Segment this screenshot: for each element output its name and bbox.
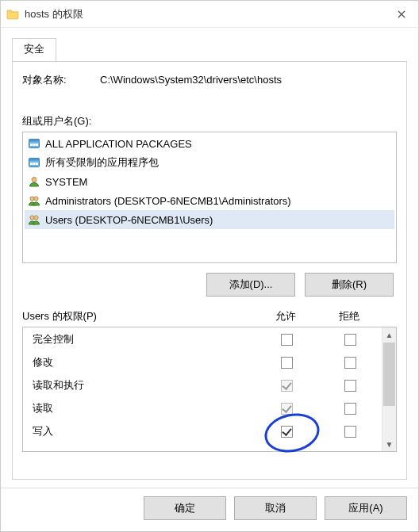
permission-name: 读取	[33, 401, 255, 415]
scroll-up-icon[interactable]: ▲	[382, 327, 396, 342]
svg-point-13	[30, 216, 34, 220]
svg-point-10	[32, 178, 37, 182]
groups-label: 组或用户名(G):	[22, 114, 397, 128]
folder-icon	[6, 7, 20, 21]
ok-button[interactable]: 确定	[144, 496, 226, 520]
list-item[interactable]: ALL APPLICATION PACKAGES	[25, 134, 394, 153]
close-button[interactable]	[390, 2, 413, 26]
permission-row: 写入	[23, 419, 382, 442]
tabpage-security: 对象名称: C:\Windows\System32\drivers\etc\ho…	[12, 61, 407, 480]
list-item-label: ALL APPLICATION PACKAGES	[45, 138, 192, 150]
list-item[interactable]: 所有受限制的应用程序包	[25, 153, 394, 172]
list-item-label: 所有受限制的应用程序包	[45, 155, 159, 170]
list-item-label: Users (DESKTOP-6NECMB1\Users)	[45, 214, 213, 226]
object-name-value: C:\Windows\System32\drivers\etc\hosts	[100, 74, 282, 86]
list-item[interactable]: SYSTEM	[25, 172, 394, 191]
permission-name: 写入	[33, 424, 255, 438]
list-item-label: Administrators (DESKTOP-6NECMB1\Administ…	[45, 195, 291, 207]
group-icon	[28, 213, 40, 226]
svg-rect-2	[30, 144, 33, 146]
allow-checkbox[interactable]	[281, 357, 293, 369]
vertical-scrollbar[interactable]: ▲ ▼	[382, 327, 396, 451]
remove-button[interactable]: 删除(R)	[305, 273, 394, 297]
svg-rect-6	[29, 159, 40, 161]
svg-point-11	[30, 197, 34, 201]
svg-point-14	[34, 216, 38, 220]
package-icon	[28, 137, 40, 150]
scroll-down-icon[interactable]: ▼	[382, 437, 396, 451]
svg-point-12	[34, 197, 38, 201]
svg-rect-1	[29, 140, 40, 142]
svg-rect-4	[36, 144, 38, 146]
allow-checkbox[interactable]	[281, 426, 293, 438]
svg-rect-9	[36, 163, 38, 165]
allow-checkbox	[281, 380, 293, 392]
list-item[interactable]: Administrators (DESKTOP-6NECMB1\Administ…	[25, 191, 394, 210]
user-icon	[28, 175, 40, 188]
tabstrip: 安全	[1, 28, 418, 61]
svg-rect-8	[33, 163, 36, 165]
allow-checkbox	[281, 403, 293, 415]
deny-checkbox[interactable]	[344, 357, 356, 369]
deny-checkbox[interactable]	[344, 403, 356, 415]
scroll-thumb[interactable]	[383, 343, 395, 406]
svg-rect-3	[33, 144, 36, 146]
allow-checkbox[interactable]	[281, 334, 293, 346]
apply-button[interactable]: 应用(A)	[325, 496, 407, 520]
groups-listbox[interactable]: ALL APPLICATION PACKAGES所有受限制的应用程序包SYSTE…	[22, 132, 397, 263]
add-button[interactable]: 添加(D)...	[206, 273, 295, 297]
permission-name: 完全控制	[33, 332, 255, 346]
object-name-label: 对象名称:	[22, 73, 100, 87]
permission-row: 完全控制	[23, 327, 382, 350]
dialog-footer: 确定 取消 应用(A)	[1, 488, 418, 531]
group-icon	[28, 194, 40, 207]
list-item[interactable]: Users (DESKTOP-6NECMB1\Users)	[25, 210, 394, 229]
permission-row: 读取	[23, 396, 382, 419]
tab-security[interactable]: 安全	[12, 38, 56, 62]
deny-checkbox[interactable]	[344, 334, 356, 346]
permission-row: 读取和执行	[23, 373, 382, 396]
permissions-title: Users 的权限(P)	[22, 309, 254, 323]
permission-name: 修改	[33, 355, 255, 369]
package-icon	[28, 156, 40, 169]
window-title: hosts 的权限	[25, 7, 390, 21]
permission-name: 读取和执行	[33, 378, 255, 392]
titlebar: hosts 的权限	[1, 1, 418, 28]
deny-checkbox[interactable]	[344, 426, 356, 438]
allow-header: 允许	[254, 309, 317, 323]
deny-checkbox[interactable]	[344, 380, 356, 392]
cancel-button[interactable]: 取消	[234, 496, 317, 520]
permissions-listbox: 完全控制修改读取和执行读取写入 ▲ ▼	[22, 327, 397, 452]
list-item-label: SYSTEM	[45, 176, 87, 188]
svg-rect-7	[30, 163, 33, 165]
permission-row: 修改	[23, 350, 382, 373]
deny-header: 拒绝	[317, 309, 381, 323]
